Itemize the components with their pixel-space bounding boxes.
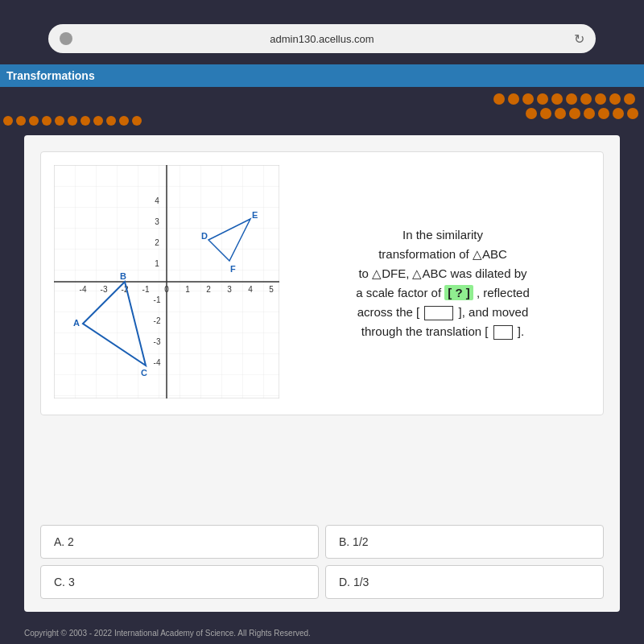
svg-text:A: A bbox=[73, 318, 80, 328]
svg-text:0: 0 bbox=[164, 285, 169, 294]
answer-c[interactable]: C. 3 bbox=[40, 565, 319, 599]
svg-point-16 bbox=[613, 108, 624, 119]
answer-a[interactable]: A. 2 bbox=[40, 525, 319, 559]
header-bar: Transformations bbox=[0, 64, 644, 87]
browser-icon bbox=[60, 32, 72, 45]
svg-text:3: 3 bbox=[155, 217, 159, 226]
svg-text:-4: -4 bbox=[80, 285, 87, 294]
answer-c-label: C. 3 bbox=[54, 576, 75, 588]
answer-b[interactable]: B. 1/2 bbox=[325, 525, 604, 559]
graph-area: -4 -3 -2 -1 0 1 2 3 4 5 4 3 2 1 -1 -2 bbox=[54, 165, 279, 402]
svg-text:-4: -4 bbox=[154, 358, 161, 367]
svg-point-7 bbox=[595, 93, 606, 105]
blank-box-1[interactable] bbox=[424, 306, 453, 320]
svg-point-26 bbox=[106, 116, 116, 126]
question-text-area: In the similarity transformation of △ABC… bbox=[295, 165, 590, 402]
svg-text:5: 5 bbox=[269, 285, 274, 294]
page-title: Transformations bbox=[6, 69, 95, 82]
svg-point-12 bbox=[555, 108, 566, 119]
svg-point-15 bbox=[598, 108, 609, 119]
svg-text:2: 2 bbox=[206, 285, 211, 294]
question-text: In the similarity transformation of △ABC… bbox=[356, 225, 530, 341]
answers-grid: A. 2 B. 1/2 C. 3 D. 1/3 bbox=[40, 525, 604, 599]
coordinate-graph: -4 -3 -2 -1 0 1 2 3 4 5 4 3 2 1 -1 -2 bbox=[54, 165, 279, 398]
blank-box-2[interactable] bbox=[493, 325, 513, 340]
svg-point-17 bbox=[627, 108, 638, 119]
svg-text:B: B bbox=[120, 271, 126, 281]
svg-text:4: 4 bbox=[155, 196, 159, 205]
svg-text:-3: -3 bbox=[101, 285, 108, 294]
svg-point-23 bbox=[68, 116, 77, 126]
svg-point-10 bbox=[526, 108, 537, 119]
svg-point-19 bbox=[16, 116, 26, 126]
q-text-8: through the translation [ bbox=[361, 324, 489, 338]
svg-point-4 bbox=[551, 93, 563, 105]
q-text-6: across the [ bbox=[357, 305, 420, 319]
svg-text:D: D bbox=[201, 231, 208, 241]
question-card: -4 -3 -2 -1 0 1 2 3 4 5 4 3 2 1 -1 -2 bbox=[40, 151, 604, 415]
svg-point-20 bbox=[29, 116, 39, 126]
browser-refresh-icon[interactable]: ↻ bbox=[574, 31, 584, 47]
svg-point-9 bbox=[624, 93, 635, 105]
svg-point-11 bbox=[540, 108, 551, 119]
svg-text:-2: -2 bbox=[154, 316, 161, 325]
svg-point-2 bbox=[522, 93, 534, 105]
svg-point-14 bbox=[584, 108, 595, 119]
q-text-9: ]. bbox=[518, 324, 524, 338]
svg-point-3 bbox=[537, 93, 548, 105]
answer-a-label: A. 2 bbox=[54, 535, 74, 548]
svg-text:-1: -1 bbox=[154, 295, 161, 304]
svg-text:-1: -1 bbox=[142, 285, 150, 294]
svg-point-24 bbox=[80, 116, 90, 126]
svg-point-22 bbox=[55, 116, 64, 126]
answer-d[interactable]: D. 1/3 bbox=[325, 565, 604, 599]
svg-point-13 bbox=[569, 108, 580, 119]
browser-chrome: admin130.acellus.com ↻ bbox=[48, 24, 596, 53]
decorative-dots-top bbox=[322, 87, 644, 131]
svg-point-28 bbox=[132, 116, 142, 126]
svg-text:3: 3 bbox=[227, 285, 232, 294]
svg-text:E: E bbox=[252, 210, 258, 220]
main-content: -4 -3 -2 -1 0 1 2 3 4 5 4 3 2 1 -1 -2 bbox=[24, 135, 620, 612]
svg-text:1: 1 bbox=[155, 259, 159, 268]
q-text-4: a scale factor of bbox=[356, 286, 441, 299]
svg-text:4: 4 bbox=[248, 285, 253, 294]
q-text-3: to △DFE, △ABC was dilated by bbox=[358, 266, 526, 280]
svg-text:1: 1 bbox=[185, 285, 190, 294]
svg-point-18 bbox=[3, 116, 13, 126]
svg-point-27 bbox=[119, 116, 129, 126]
svg-point-21 bbox=[42, 116, 52, 126]
footer: Copyright © 2003 - 2022 International Ac… bbox=[24, 629, 620, 638]
svg-point-8 bbox=[609, 93, 621, 105]
q-text-5: , reflected bbox=[477, 286, 530, 299]
footer-text: Copyright © 2003 - 2022 International Ac… bbox=[24, 629, 311, 638]
q-text-1: In the similarity bbox=[402, 228, 483, 242]
svg-point-1 bbox=[508, 93, 519, 105]
svg-point-6 bbox=[580, 93, 592, 105]
svg-text:F: F bbox=[230, 264, 236, 274]
browser-url: admin130.acellus.com bbox=[270, 33, 374, 45]
answer-b-label: B. 1/2 bbox=[339, 535, 369, 548]
svg-point-0 bbox=[493, 93, 505, 105]
svg-point-5 bbox=[566, 93, 577, 105]
answer-highlight[interactable]: [ ? ] bbox=[444, 285, 473, 300]
svg-point-25 bbox=[93, 116, 103, 126]
svg-text:C: C bbox=[141, 368, 147, 378]
svg-text:-3: -3 bbox=[154, 337, 161, 346]
q-text-2: transformation of △ABC bbox=[378, 247, 507, 261]
q-text-7: ], and moved bbox=[459, 305, 529, 319]
answer-d-label: D. 1/3 bbox=[339, 576, 369, 588]
svg-text:2: 2 bbox=[155, 238, 159, 247]
